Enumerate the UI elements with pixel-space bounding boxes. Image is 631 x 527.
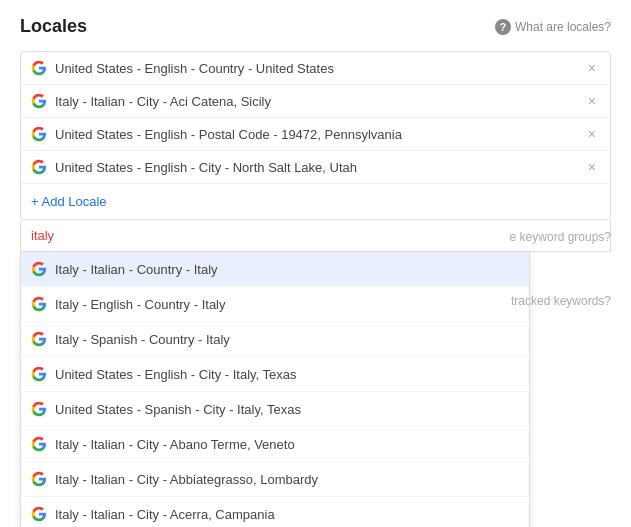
help-text: What are locales? (515, 20, 611, 34)
right-side-content: e keyword groups? tracked keywords? (510, 230, 611, 308)
dropdown-item-text-2: Italy - Spanish - Country - Italy (55, 332, 519, 347)
google-icon (31, 506, 47, 522)
locale-item: United States - English - City - North S… (21, 151, 610, 183)
dropdown-item-text-7: Italy - Italian - City - Acerra, Campani… (55, 507, 519, 522)
locales-box: United States - English - Country - Unit… (20, 51, 611, 220)
dropdown-item-4[interactable]: United States - Spanish - City - Italy, … (21, 392, 529, 427)
dropdown-item-7[interactable]: Italy - Italian - City - Acerra, Campani… (21, 497, 529, 527)
remove-locale-3[interactable]: × (584, 160, 600, 174)
dropdown-item-1[interactable]: Italy - English - Country - Italy (21, 287, 529, 322)
google-icon (31, 366, 47, 382)
google-icon (31, 261, 47, 277)
dropdown-item-text-1: Italy - English - Country - Italy (55, 297, 519, 312)
help-icon: ? (495, 19, 511, 35)
dropdown-item-text-3: United States - English - City - Italy, … (55, 367, 519, 382)
remove-locale-2[interactable]: × (584, 127, 600, 141)
locale-list: United States - English - Country - Unit… (21, 52, 610, 183)
locale-text-2: United States - English - Postal Code - … (55, 127, 576, 142)
dropdown-item-3[interactable]: United States - English - City - Italy, … (21, 357, 529, 392)
dropdown-item-6[interactable]: Italy - Italian - City - Abbiategrasso, … (21, 462, 529, 497)
header-row: Locales ? What are locales? (20, 16, 611, 37)
locale-item: United States - English - Country - Unit… (21, 52, 610, 85)
google-icon (31, 159, 47, 175)
add-locale-button[interactable]: + Add Locale (31, 194, 107, 209)
google-icon (31, 93, 47, 109)
dropdown-item-5[interactable]: Italy - Italian - City - Abano Terme, Ve… (21, 427, 529, 462)
google-icon (31, 60, 47, 76)
google-icon (31, 471, 47, 487)
google-icon (31, 331, 47, 347)
locale-text-0: United States - English - Country - Unit… (55, 61, 576, 76)
right-line-1: e keyword groups? (510, 230, 611, 244)
help-link[interactable]: ? What are locales? (495, 19, 611, 35)
dropdown-list: Italy - Italian - Country - Italy Italy … (20, 252, 530, 527)
google-icon (31, 436, 47, 452)
dropdown-item-text-6: Italy - Italian - City - Abbiategrasso, … (55, 472, 519, 487)
locale-item: Italy - Italian - City - Aci Catena, Sic… (21, 85, 610, 118)
google-icon (31, 126, 47, 142)
dropdown-item-2[interactable]: Italy - Spanish - Country - Italy (21, 322, 529, 357)
google-icon (31, 401, 47, 417)
google-icon (31, 296, 47, 312)
dropdown-item-text-0: Italy - Italian - Country - Italy (55, 262, 519, 277)
dropdown-item-text-5: Italy - Italian - City - Abano Terme, Ve… (55, 437, 519, 452)
remove-locale-1[interactable]: × (584, 94, 600, 108)
dropdown-item-0[interactable]: Italy - Italian - Country - Italy (21, 252, 529, 287)
add-locale-row: + Add Locale (21, 183, 610, 219)
dropdown-item-text-4: United States - Spanish - City - Italy, … (55, 402, 519, 417)
locale-text-3: United States - English - City - North S… (55, 160, 576, 175)
remove-locale-0[interactable]: × (584, 61, 600, 75)
locale-item: United States - English - Postal Code - … (21, 118, 610, 151)
locale-text-1: Italy - Italian - City - Aci Catena, Sic… (55, 94, 576, 109)
section-title: Locales (20, 16, 87, 37)
right-line-2: tracked keywords? (510, 294, 611, 308)
